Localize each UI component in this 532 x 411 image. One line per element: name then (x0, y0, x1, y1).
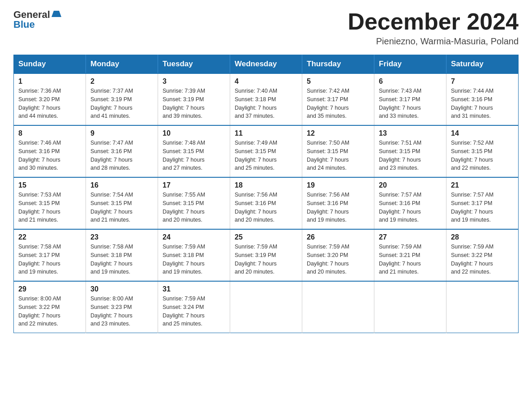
day-info: Sunrise: 7:51 AMSunset: 3:15 PMDaylight:… (379, 139, 442, 172)
day-number: 31 (163, 285, 225, 293)
svg-marker-0 (51, 11, 61, 17)
table-row (302, 281, 374, 333)
table-row: 19Sunrise: 7:56 AMSunset: 3:16 PMDayligh… (302, 177, 374, 229)
day-number: 12 (307, 129, 369, 137)
day-number: 24 (163, 233, 225, 241)
day-info: Sunrise: 7:37 AMSunset: 3:19 PMDaylight:… (90, 87, 153, 120)
logo-triangle-icon (51, 9, 61, 19)
table-row: 20Sunrise: 7:57 AMSunset: 3:16 PMDayligh… (374, 177, 446, 229)
day-number: 18 (235, 181, 297, 189)
table-row: 11Sunrise: 7:49 AMSunset: 3:15 PMDayligh… (230, 125, 302, 177)
location-title: Pieniezno, Warmia-Masuria, Poland (348, 36, 519, 47)
day-number: 22 (18, 233, 81, 241)
day-info: Sunrise: 7:59 AMSunset: 3:22 PMDaylight:… (451, 243, 514, 276)
month-title: December 2024 (348, 9, 519, 34)
day-info: Sunrise: 7:40 AMSunset: 3:18 PMDaylight:… (235, 87, 297, 120)
day-info: Sunrise: 7:59 AMSunset: 3:24 PMDaylight:… (163, 295, 225, 328)
table-row: 31Sunrise: 7:59 AMSunset: 3:24 PMDayligh… (158, 281, 230, 333)
logo-blue-text: Blue (13, 19, 35, 30)
header-friday: Friday (374, 55, 446, 74)
header-tuesday: Tuesday (158, 55, 230, 74)
table-row: 3Sunrise: 7:39 AMSunset: 3:19 PMDaylight… (158, 73, 230, 125)
table-row: 25Sunrise: 7:59 AMSunset: 3:19 PMDayligh… (230, 229, 302, 281)
day-info: Sunrise: 7:59 AMSunset: 3:18 PMDaylight:… (163, 243, 225, 276)
day-number: 30 (90, 285, 153, 293)
calendar-week-row: 29Sunrise: 8:00 AMSunset: 3:22 PMDayligh… (14, 281, 519, 333)
day-number: 27 (379, 233, 442, 241)
day-number: 14 (451, 129, 514, 137)
calendar-week-row: 22Sunrise: 7:58 AMSunset: 3:17 PMDayligh… (14, 229, 519, 281)
table-row: 8Sunrise: 7:46 AMSunset: 3:16 PMDaylight… (14, 125, 86, 177)
header-sunday: Sunday (14, 55, 86, 74)
table-row: 18Sunrise: 7:56 AMSunset: 3:16 PMDayligh… (230, 177, 302, 229)
day-info: Sunrise: 7:39 AMSunset: 3:19 PMDaylight:… (163, 87, 225, 120)
day-info: Sunrise: 7:52 AMSunset: 3:15 PMDaylight:… (451, 139, 514, 172)
day-number: 6 (379, 77, 442, 86)
day-number: 11 (235, 129, 297, 137)
day-number: 23 (90, 233, 153, 241)
table-row: 2Sunrise: 7:37 AMSunset: 3:19 PMDaylight… (86, 73, 158, 125)
day-number: 20 (379, 181, 442, 189)
day-info: Sunrise: 7:47 AMSunset: 3:16 PMDaylight:… (90, 139, 153, 172)
day-info: Sunrise: 7:50 AMSunset: 3:15 PMDaylight:… (307, 139, 369, 172)
table-row: 13Sunrise: 7:51 AMSunset: 3:15 PMDayligh… (374, 125, 446, 177)
day-number: 15 (18, 181, 81, 189)
day-info: Sunrise: 7:53 AMSunset: 3:15 PMDaylight:… (18, 191, 81, 224)
table-row: 24Sunrise: 7:59 AMSunset: 3:18 PMDayligh… (158, 229, 230, 281)
table-row: 10Sunrise: 7:48 AMSunset: 3:15 PMDayligh… (158, 125, 230, 177)
day-info: Sunrise: 7:57 AMSunset: 3:17 PMDaylight:… (451, 191, 514, 224)
table-row (230, 281, 302, 333)
calendar-week-row: 1Sunrise: 7:36 AMSunset: 3:20 PMDaylight… (14, 73, 519, 125)
table-row: 28Sunrise: 7:59 AMSunset: 3:22 PMDayligh… (446, 229, 519, 281)
day-number: 3 (163, 77, 225, 86)
table-row: 29Sunrise: 8:00 AMSunset: 3:22 PMDayligh… (14, 281, 86, 333)
day-info: Sunrise: 7:42 AMSunset: 3:17 PMDaylight:… (307, 87, 369, 120)
day-number: 29 (18, 285, 81, 293)
table-row: 1Sunrise: 7:36 AMSunset: 3:20 PMDaylight… (14, 73, 86, 125)
table-row: 9Sunrise: 7:47 AMSunset: 3:16 PMDaylight… (86, 125, 158, 177)
table-row: 7Sunrise: 7:44 AMSunset: 3:16 PMDaylight… (446, 73, 519, 125)
day-number: 21 (451, 181, 514, 189)
day-info: Sunrise: 7:59 AMSunset: 3:21 PMDaylight:… (379, 243, 442, 276)
title-block: December 2024 Pieniezno, Warmia-Masuria,… (348, 9, 519, 47)
day-number: 9 (90, 129, 153, 137)
day-info: Sunrise: 7:43 AMSunset: 3:17 PMDaylight:… (379, 87, 442, 120)
day-info: Sunrise: 7:56 AMSunset: 3:16 PMDaylight:… (235, 191, 297, 224)
table-row: 14Sunrise: 7:52 AMSunset: 3:15 PMDayligh… (446, 125, 519, 177)
day-info: Sunrise: 7:48 AMSunset: 3:15 PMDaylight:… (163, 139, 225, 172)
table-row: 30Sunrise: 8:00 AMSunset: 3:23 PMDayligh… (86, 281, 158, 333)
table-row (374, 281, 446, 333)
table-row: 17Sunrise: 7:55 AMSunset: 3:15 PMDayligh… (158, 177, 230, 229)
calendar-week-row: 8Sunrise: 7:46 AMSunset: 3:16 PMDaylight… (14, 125, 519, 177)
day-number: 1 (18, 77, 81, 86)
day-number: 10 (163, 129, 225, 137)
day-info: Sunrise: 7:54 AMSunset: 3:15 PMDaylight:… (90, 191, 153, 224)
table-row (446, 281, 519, 333)
day-number: 4 (235, 77, 297, 86)
day-number: 7 (451, 77, 514, 86)
day-info: Sunrise: 8:00 AMSunset: 3:23 PMDaylight:… (90, 295, 153, 328)
day-info: Sunrise: 7:46 AMSunset: 3:16 PMDaylight:… (18, 139, 81, 172)
page-header: General Blue December 2024 Pieniezno, Wa… (13, 9, 519, 47)
table-row: 27Sunrise: 7:59 AMSunset: 3:21 PMDayligh… (374, 229, 446, 281)
day-info: Sunrise: 7:49 AMSunset: 3:15 PMDaylight:… (235, 139, 297, 172)
day-info: Sunrise: 7:44 AMSunset: 3:16 PMDaylight:… (451, 87, 514, 120)
header-monday: Monday (86, 55, 158, 74)
day-info: Sunrise: 7:57 AMSunset: 3:16 PMDaylight:… (379, 191, 442, 224)
day-number: 13 (379, 129, 442, 137)
day-number: 19 (307, 181, 369, 189)
day-number: 28 (451, 233, 514, 241)
table-row: 23Sunrise: 7:58 AMSunset: 3:18 PMDayligh… (86, 229, 158, 281)
day-info: Sunrise: 7:56 AMSunset: 3:16 PMDaylight:… (307, 191, 369, 224)
table-row: 16Sunrise: 7:54 AMSunset: 3:15 PMDayligh… (86, 177, 158, 229)
header-wednesday: Wednesday (230, 55, 302, 74)
table-row: 4Sunrise: 7:40 AMSunset: 3:18 PMDaylight… (230, 73, 302, 125)
logo: General Blue (13, 9, 61, 30)
table-row: 5Sunrise: 7:42 AMSunset: 3:17 PMDaylight… (302, 73, 374, 125)
day-info: Sunrise: 7:59 AMSunset: 3:20 PMDaylight:… (307, 243, 369, 276)
weekday-header-row: Sunday Monday Tuesday Wednesday Thursday… (14, 55, 519, 74)
day-info: Sunrise: 7:36 AMSunset: 3:20 PMDaylight:… (18, 87, 81, 120)
calendar-table: Sunday Monday Tuesday Wednesday Thursday… (13, 55, 519, 333)
day-number: 26 (307, 233, 369, 241)
table-row: 6Sunrise: 7:43 AMSunset: 3:17 PMDaylight… (374, 73, 446, 125)
